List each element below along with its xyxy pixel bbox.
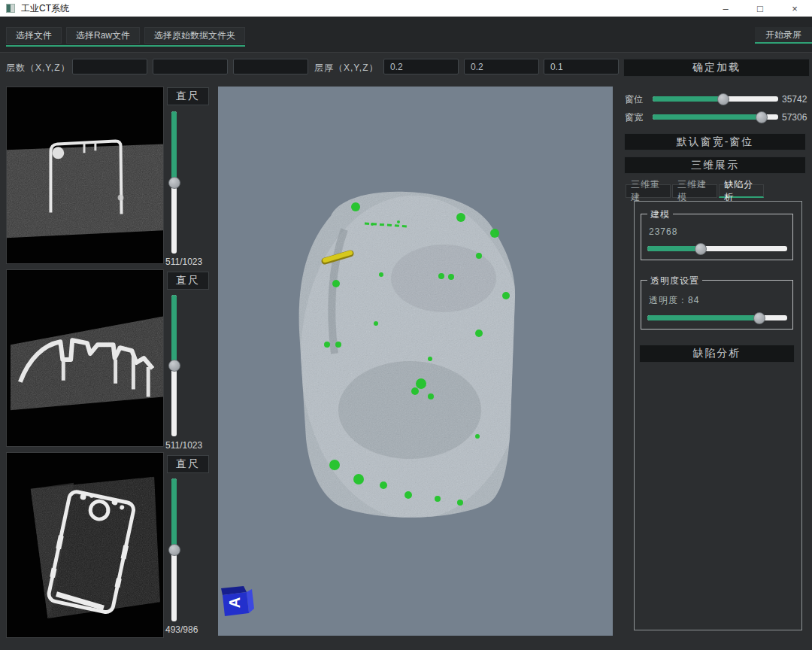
start-record-button[interactable]: 开始录屏: [755, 27, 812, 44]
ruler-button-middle[interactable]: 直尺: [167, 272, 209, 290]
app-icon: [6, 4, 15, 13]
tab-3d-modeling[interactable]: 三维建模: [672, 184, 717, 198]
thickness-z-input[interactable]: [544, 59, 619, 74]
modeling-slider[interactable]: [647, 246, 787, 251]
modeling-group-legend: 建模: [647, 208, 673, 221]
window-width-value: 57306: [782, 112, 807, 123]
viewer-3d[interactable]: A: [218, 87, 613, 636]
slice-slider-bottom[interactable]: [171, 478, 177, 621]
default-window-button[interactable]: 默认窗宽-窗位: [624, 133, 806, 150]
layer-z-input[interactable]: [233, 59, 308, 74]
window-width-slider[interactable]: [653, 114, 778, 120]
confirm-load-button[interactable]: 确定加载: [623, 59, 810, 77]
transparency-value: 透明度：84: [649, 294, 699, 307]
transparency-group-legend: 透明度设置: [647, 275, 702, 287]
display-3d-button[interactable]: 三维展示: [624, 156, 806, 174]
transparency-group: 透明度设置 透明度：84: [641, 280, 793, 330]
slice-slider-top[interactable]: [171, 111, 177, 254]
defect-analysis-panel: [634, 201, 802, 630]
select-folder-button[interactable]: 选择原始数据文件夹: [144, 27, 245, 44]
slider-thumb[interactable]: [168, 177, 180, 189]
ct-slice-view-top[interactable]: [6, 87, 164, 264]
maximize-button[interactable]: □: [743, 0, 777, 17]
slider-thumb[interactable]: [168, 360, 180, 372]
parameter-row: 层数（X,Y,Z） 层厚（X,Y,Z） 确定加载: [0, 53, 812, 84]
slider-thumb[interactable]: [756, 111, 768, 123]
slice-position-bottom: 493/986: [165, 624, 214, 635]
select-file-button[interactable]: 选择文件: [6, 27, 62, 44]
layers-label: 层数（X,Y,Z）: [6, 62, 70, 74]
thickness-label: 层厚（X,Y,Z）: [314, 62, 378, 74]
thickness-x-input[interactable]: [383, 59, 459, 74]
slice-slider-middle[interactable]: [171, 295, 177, 436]
slider-thumb[interactable]: [753, 312, 765, 324]
tab-defect-analysis[interactable]: 缺陷分析: [719, 184, 764, 198]
minimize-button[interactable]: –: [708, 0, 743, 17]
orientation-label: A: [226, 597, 243, 608]
window-level-slider[interactable]: [653, 96, 778, 102]
window-level-value: 35742: [782, 94, 807, 105]
file-button-group: 选择文件 选择Raw文件 选择原始数据文件夹: [6, 27, 245, 47]
transparency-slider[interactable]: [647, 315, 787, 320]
window-level-label: 窗位: [625, 93, 643, 106]
slider-thumb[interactable]: [695, 243, 707, 255]
slider-thumb[interactable]: [717, 93, 729, 105]
window-width-label: 窗宽: [625, 111, 643, 124]
select-raw-button[interactable]: 选择Raw文件: [66, 27, 140, 44]
window-title: 工业CT系统: [21, 2, 69, 15]
modeling-group: 建模 23768: [641, 214, 793, 260]
slice-position-middle: 511/1023: [165, 440, 214, 451]
thickness-y-input[interactable]: [464, 59, 539, 74]
ruler-button-bottom[interactable]: 直尺: [167, 455, 209, 473]
toolbar: 选择文件 选择Raw文件 选择原始数据文件夹 开始录屏: [0, 17, 812, 53]
defect-analysis-button[interactable]: 缺陷分析: [639, 345, 795, 363]
modeling-value: 23768: [649, 226, 677, 237]
ct-slice-view-bottom[interactable]: [6, 452, 164, 638]
layer-y-input[interactable]: [153, 59, 228, 74]
app-window: 工业CT系统 – □ × 选择文件 选择Raw文件 选择原始数据文件夹 开始录屏…: [0, 0, 812, 650]
title-bar: 工业CT系统 – □ ×: [0, 0, 812, 17]
tab-3d-reconstruction[interactable]: 三维重建: [626, 184, 671, 198]
ct-slice-view-middle[interactable]: [6, 269, 164, 447]
window-controls: – □ ×: [708, 0, 812, 17]
layer-x-input[interactable]: [72, 59, 147, 74]
ruler-button-top[interactable]: 直尺: [167, 87, 209, 105]
slice-position-top: 511/1023: [165, 257, 214, 267]
slider-thumb[interactable]: [168, 544, 180, 556]
close-button[interactable]: ×: [777, 0, 812, 17]
